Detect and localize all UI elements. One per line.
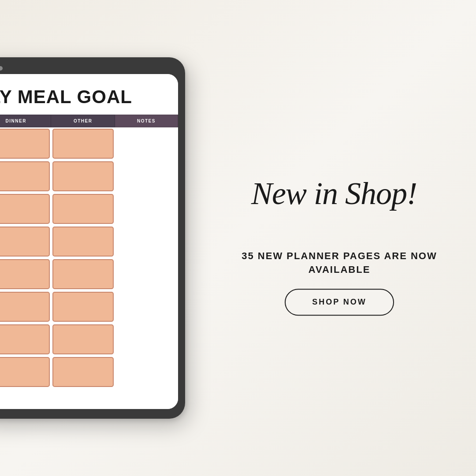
other-cell: [51, 193, 115, 225]
other-cell: [51, 225, 115, 258]
cell-inner: [0, 227, 50, 257]
dinner-cell: [0, 193, 51, 225]
cell-inner: [0, 194, 50, 224]
right-content: New in Shop! 35 NEW PLANNER PAGES ARE NO…: [238, 160, 441, 316]
dinner-cell: [0, 258, 51, 290]
table-row: [0, 193, 178, 225]
table-row: [0, 290, 178, 323]
cell-inner: [52, 129, 114, 159]
col-notes: NOTES: [115, 115, 178, 127]
table-row: [0, 127, 178, 160]
planner-grid-wrapper: DINNER OTHER NOTES: [0, 115, 178, 388]
shop-now-button[interactable]: SHOP NOW: [285, 289, 394, 316]
other-cell: [51, 127, 115, 160]
page-wrapper: LY MEAL GOAL DINNER OTHER NOTES: [0, 0, 476, 476]
script-heading: New in Shop!: [247, 160, 432, 237]
cell-inner: [52, 357, 114, 387]
col-dinner: DINNER: [0, 115, 51, 127]
other-cell: [51, 356, 115, 388]
table-row: [0, 258, 178, 290]
cell-inner: [52, 324, 114, 354]
subtitle-text: 35 NEW PLANNER PAGES ARE NOW AVAILABLE: [238, 249, 441, 277]
cell-inner: [0, 292, 50, 322]
dinner-cell: [0, 160, 51, 193]
table-row: [0, 160, 178, 193]
dinner-cell: [0, 290, 51, 323]
table-row: [0, 323, 178, 356]
cell-inner: [52, 227, 114, 257]
other-cell: [51, 290, 115, 323]
script-text: New in Shop!: [251, 176, 417, 211]
planner-header-row: DINNER OTHER NOTES: [0, 115, 178, 127]
cell-inner: [52, 292, 114, 322]
other-cell: [51, 323, 115, 356]
cell-inner: [52, 259, 114, 289]
other-cell: [51, 258, 115, 290]
cell-inner: [52, 194, 114, 224]
dinner-cell: [0, 356, 51, 388]
cell-inner: [52, 161, 114, 191]
tablet-screen: LY MEAL GOAL DINNER OTHER NOTES: [0, 74, 178, 409]
other-cell: [51, 160, 115, 193]
dinner-cell: [0, 323, 51, 356]
script-heading-svg: New in Shop!: [247, 160, 432, 231]
planner-table: DINNER OTHER NOTES: [0, 115, 178, 388]
cell-inner: [0, 161, 50, 191]
cell-inner: [0, 259, 50, 289]
tablet-notch: [66, 57, 93, 60]
table-row: [0, 356, 178, 388]
tablet-dot-3: [0, 66, 3, 71]
tablet-top-bar: [0, 64, 178, 74]
cell-inner: [0, 357, 50, 387]
planner-content: LY MEAL GOAL DINNER OTHER NOTES: [0, 74, 178, 409]
cell-inner: [0, 129, 50, 159]
dinner-cell: [0, 225, 51, 258]
tablet-container: LY MEAL GOAL DINNER OTHER NOTES: [0, 57, 185, 419]
planner-title: LY MEAL GOAL: [0, 74, 178, 115]
tablet-frame: LY MEAL GOAL DINNER OTHER NOTES: [0, 57, 185, 419]
cell-inner: [0, 324, 50, 354]
table-row: [0, 225, 178, 258]
dinner-cell: [0, 127, 51, 160]
col-other: OTHER: [51, 115, 115, 127]
